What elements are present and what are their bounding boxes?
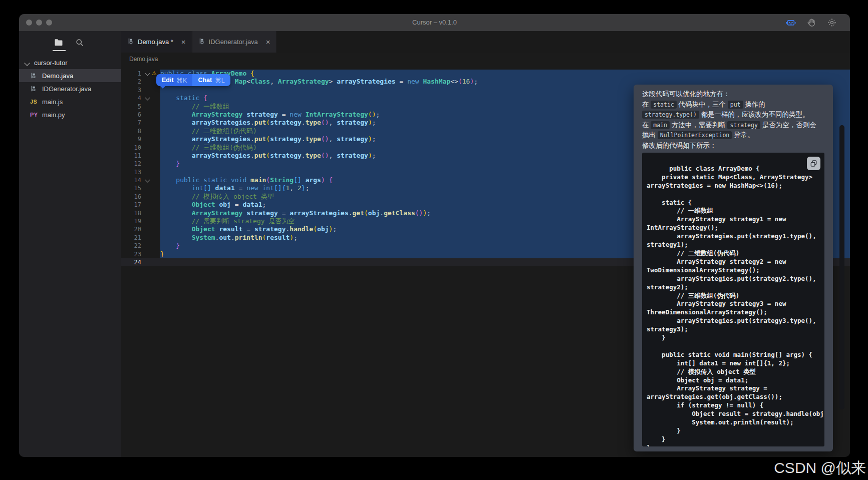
line-number: 15 bbox=[121, 184, 141, 192]
line-number: 2 bbox=[121, 78, 141, 86]
gutter: 6 bbox=[121, 111, 160, 119]
explorer-icon[interactable] bbox=[54, 38, 64, 50]
java-class-icon bbox=[30, 85, 39, 92]
ai-response-text: 这段代码可以优化的地方有：在 static 代码块中，三个 put 操作的str… bbox=[642, 89, 824, 151]
fold-chevron-icon[interactable] bbox=[145, 71, 150, 76]
ai-code-text: public class ArrayDemo { private static … bbox=[647, 165, 824, 446]
inline-ai-popup: Edit ⌘K Chat ⌘L bbox=[156, 74, 230, 86]
wave-hand-icon[interactable] bbox=[806, 18, 817, 28]
line-number: 7 bbox=[121, 119, 141, 127]
copy-icon[interactable] bbox=[807, 157, 820, 170]
gutter: 5 bbox=[121, 103, 160, 111]
gutter: 17 bbox=[121, 201, 160, 209]
gutter: 19 bbox=[121, 217, 160, 225]
active-view-indicator bbox=[53, 50, 66, 51]
inline-code: strategy bbox=[727, 121, 760, 129]
line-number: 17 bbox=[121, 201, 141, 209]
gutter: 18 bbox=[121, 209, 160, 217]
gutter: 4 bbox=[121, 94, 160, 102]
gutter: 15 bbox=[121, 184, 160, 192]
gutter: 12 bbox=[121, 160, 160, 168]
edit-shortcut: ⌘K bbox=[177, 77, 187, 84]
inline-code: NullPointerException bbox=[658, 131, 732, 139]
chat-button-label: Chat bbox=[198, 77, 212, 84]
line-number: 6 bbox=[121, 111, 141, 119]
tab-label: IDGenerator.java bbox=[209, 38, 258, 46]
line-number: 23 bbox=[121, 250, 141, 258]
titlebar: Cursor – v0.1.0 bbox=[19, 14, 850, 31]
watermark: CSDN @似来 bbox=[774, 458, 866, 478]
line-number: 5 bbox=[121, 103, 141, 111]
java-class-icon bbox=[198, 38, 205, 46]
gutter: 21 bbox=[121, 234, 160, 242]
fold-chevron-icon[interactable] bbox=[145, 178, 150, 183]
fold-chevron-icon[interactable] bbox=[145, 96, 150, 101]
tab-idgenerator-java[interactable]: IDGenerator.java× bbox=[192, 31, 277, 53]
file-main-js[interactable]: JSmain.js bbox=[19, 95, 121, 108]
file-label: Demo.java bbox=[19, 72, 73, 80]
breadcrumb[interactable]: Demo.java bbox=[121, 53, 850, 66]
close-icon[interactable]: × bbox=[181, 38, 186, 46]
gutter: 22 bbox=[121, 242, 160, 250]
inline-code: put bbox=[728, 101, 743, 109]
file-idgenerator-java[interactable]: IDGenerator.java bbox=[19, 82, 121, 95]
file-demo-java[interactable]: Demo.java bbox=[19, 69, 121, 82]
line-number: 1 bbox=[121, 70, 141, 78]
close-icon[interactable]: × bbox=[266, 38, 270, 46]
desktop: Cursor – v0.1.0 cursor-tutorDemo.javaIDG… bbox=[0, 0, 868, 480]
inline-code: strategy.type() bbox=[642, 111, 699, 119]
tab-demo-java-[interactable]: Demo.java *× bbox=[121, 31, 192, 53]
file-main-py[interactable]: PYmain.py bbox=[19, 108, 121, 121]
line-number: 3 bbox=[121, 86, 141, 94]
line-number: 8 bbox=[121, 127, 141, 135]
panel-text-line: 修改后的代码如下所示： bbox=[642, 141, 824, 151]
chat-shortcut: ⌘L bbox=[215, 77, 224, 84]
line-number: 19 bbox=[121, 217, 141, 225]
gutter: 13 bbox=[121, 168, 160, 176]
line-number: 11 bbox=[121, 152, 141, 160]
window-title: Cursor – v0.1.0 bbox=[19, 14, 850, 31]
java-class-icon bbox=[127, 38, 134, 46]
gutter: 11 bbox=[121, 152, 160, 160]
gutter: 24 bbox=[121, 258, 160, 266]
line-number: 14 bbox=[121, 176, 141, 184]
gutter: 9 bbox=[121, 135, 160, 143]
line-number: 21 bbox=[121, 234, 141, 242]
file-label: main.js bbox=[19, 98, 63, 106]
panel-text-line: strategy.type() 都是一样的，应该改为不同的类型。 bbox=[642, 110, 824, 120]
line-number: 12 bbox=[121, 160, 141, 168]
code-line-1[interactable]: 1⚠public class ArrayDemo { bbox=[121, 70, 850, 78]
gutter: 1⚠ bbox=[121, 70, 160, 78]
tab-label: Demo.java * bbox=[138, 38, 173, 46]
gutter: 7 bbox=[121, 119, 160, 127]
ai-code-block: public class ArrayDemo { private static … bbox=[642, 153, 824, 446]
panel-scrollbar[interactable] bbox=[839, 125, 844, 409]
line-number: 4 bbox=[121, 94, 141, 102]
gutter: 2 bbox=[121, 78, 160, 86]
line-number: 22 bbox=[121, 242, 141, 250]
gutter: 10 bbox=[121, 144, 160, 152]
gutter: 16 bbox=[121, 193, 160, 201]
gutter: 8 bbox=[121, 127, 160, 135]
popup-tail bbox=[160, 86, 165, 91]
sidebar: cursor-tutorDemo.javaIDGenerator.javaJSm… bbox=[19, 31, 121, 457]
tab-bar: Demo.java *×IDGenerator.java× bbox=[121, 31, 850, 53]
gear-icon[interactable] bbox=[827, 18, 837, 28]
search-icon[interactable] bbox=[75, 38, 85, 50]
inline-code: main bbox=[651, 121, 670, 129]
line-number: 20 bbox=[121, 225, 141, 233]
gutter: 23 bbox=[121, 250, 160, 258]
panel-text-line: 这段代码可以优化的地方有： bbox=[642, 89, 824, 100]
folder-cursor-tutor[interactable]: cursor-tutor bbox=[19, 56, 121, 69]
java-class-icon bbox=[30, 72, 39, 79]
file-explorer: cursor-tutorDemo.javaIDGenerator.javaJSm… bbox=[19, 56, 121, 457]
robot-icon[interactable] bbox=[785, 17, 796, 28]
file-label: main.py bbox=[19, 111, 65, 119]
chat-button[interactable]: Chat ⌘L bbox=[192, 74, 230, 86]
gutter: 3 bbox=[121, 86, 160, 94]
line-number: 24 bbox=[121, 258, 141, 266]
panel-text-line: 在 static 代码块中，三个 put 操作的 bbox=[642, 100, 824, 110]
line-number: 10 bbox=[121, 144, 141, 152]
edit-button[interactable]: Edit ⌘K bbox=[156, 74, 192, 86]
line-number: 16 bbox=[121, 193, 141, 201]
